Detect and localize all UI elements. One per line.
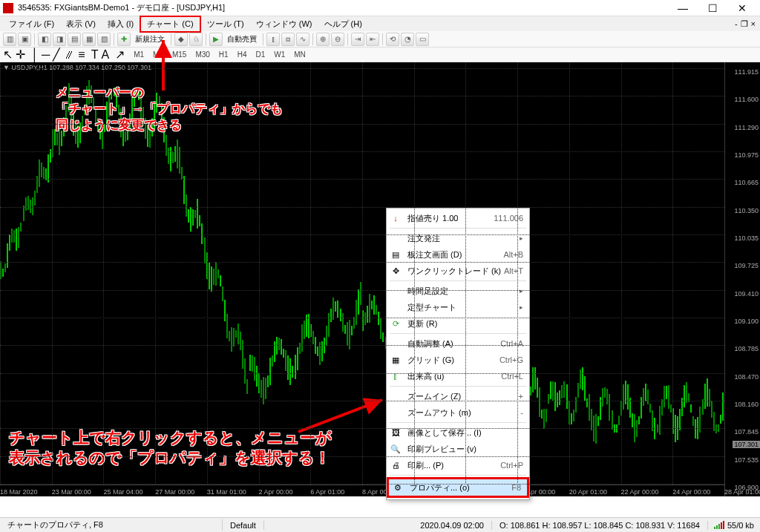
status-ohlc: O: 108.861 H: 108.957 L: 108.845 C: 108.… xyxy=(492,521,708,530)
statusbar: チャートのプロパティ, F8 Default 2020.04.09 02:00 … xyxy=(0,517,760,532)
menu-tool[interactable]: ツール (T) xyxy=(201,17,250,31)
tf-m30[interactable]: M30 xyxy=(192,50,212,59)
app-icon xyxy=(3,3,13,13)
ctx-print[interactable]: 🖨印刷... (P)Ctrl+P xyxy=(387,457,529,473)
menu-view[interactable]: 表示 (V) xyxy=(60,17,102,31)
volume-icon: ⫿ xyxy=(390,370,402,382)
data-window-icon[interactable]: ◨ xyxy=(53,33,66,46)
minimize-button[interactable]: — xyxy=(668,1,698,16)
tf-h1[interactable]: H1 xyxy=(216,50,232,59)
terminal-icon[interactable]: ▦ xyxy=(82,33,96,46)
indicators-icon[interactable]: ⟲ xyxy=(386,33,399,46)
menu-insert[interactable]: 挿入 (I) xyxy=(102,17,140,31)
channel-icon[interactable]: ⫽ xyxy=(63,48,75,62)
ctx-zoomout[interactable]: ズームアウト (m)- xyxy=(387,404,529,421)
ctx-timeframe[interactable]: 時間足設定▸ xyxy=(387,283,529,299)
ctx-order[interactable]: 注文発注▸ xyxy=(387,230,529,246)
menu-window[interactable]: ウィンドウ (W) xyxy=(250,17,318,31)
new-order-button[interactable]: 新規注文 xyxy=(132,34,168,45)
auto-scroll-icon[interactable]: ⇥ xyxy=(351,33,364,46)
templates-icon[interactable]: ▭ xyxy=(416,33,429,46)
status-profile[interactable]: Default xyxy=(223,521,264,530)
printpreview-icon: 🔍 xyxy=(390,443,402,455)
menu-file[interactable]: ファイル (F) xyxy=(3,17,60,31)
tf-w1[interactable]: W1 xyxy=(271,50,288,59)
down-arrow-icon: ↓ xyxy=(390,212,402,224)
chart-shift-icon[interactable]: ⇤ xyxy=(366,33,379,46)
text-icon[interactable]: T xyxy=(91,48,99,62)
candle-chart-icon[interactable]: ⧈ xyxy=(281,33,295,46)
status-connection[interactable]: 55/0 kb xyxy=(708,521,760,530)
close-button[interactable]: ✕ xyxy=(727,1,757,16)
options-icon[interactable]: ♘ xyxy=(189,33,203,46)
ctx-volume[interactable]: ⫿出来高 (u)Ctrl+L xyxy=(387,368,529,384)
ctx-board[interactable]: ▤板注文画面 (D)Alt+B xyxy=(387,246,529,263)
metaeditor-icon[interactable]: ◆ xyxy=(174,33,188,46)
label-icon[interactable]: A xyxy=(101,48,109,62)
menu-help[interactable]: ヘルプ (H) xyxy=(318,17,368,31)
zoom-in-icon[interactable]: ⊕ xyxy=(316,33,330,46)
tf-m5[interactable]: M5 xyxy=(150,50,166,59)
fibo-icon[interactable]: ≡ xyxy=(78,48,85,62)
tf-d1[interactable]: D1 xyxy=(252,50,268,59)
signal-icon xyxy=(714,521,724,529)
status-hint: チャートのプロパティ, F8 xyxy=(0,519,223,531)
toolbar-sub: ↖ ✛ │ ─ ╱ ⫽ ≡ T A ↗ M1 M5 M15 M30 H1 H4 … xyxy=(0,47,760,62)
ctx-properties[interactable]: ⚙プロパティ... (o)F8 xyxy=(389,479,527,496)
printer-icon: 🖨 xyxy=(390,459,402,471)
line-chart-icon[interactable]: ∿ xyxy=(296,33,309,46)
board-icon: ▤ xyxy=(390,249,402,260)
market-watch-icon[interactable]: ◧ xyxy=(38,33,51,46)
ctx-saveimg[interactable]: 🖼画像として保存... (I) xyxy=(387,424,529,441)
ctx-template[interactable]: 定型チャート▸ xyxy=(387,299,529,315)
auto-trade-button[interactable]: 自動売買 xyxy=(224,34,260,45)
cursor-click-icon: ✥ xyxy=(390,265,402,277)
arrow-icon[interactable]: ↗ xyxy=(115,47,125,62)
new-order-icon[interactable]: ✚ xyxy=(117,33,131,46)
crosshair-icon[interactable]: ✛ xyxy=(16,47,25,62)
tf-h4[interactable]: H4 xyxy=(235,50,250,59)
hline-icon[interactable]: ─ xyxy=(42,48,50,62)
mdi-close-icon[interactable]: × xyxy=(751,19,756,29)
titlebar: 3546535: FXGiantsBM-Demo1 - デモ口座 - [USDJ… xyxy=(0,0,760,16)
mdi-minimize-icon[interactable]: - xyxy=(735,19,738,29)
tf-m15[interactable]: M15 xyxy=(169,50,189,59)
cursor-icon[interactable]: ↖ xyxy=(3,47,13,62)
new-chart-icon[interactable]: ▥ xyxy=(3,33,16,46)
ctx-oneclick[interactable]: ✥ワンクリックトレード (k)Alt+T xyxy=(387,263,529,279)
profile-icon[interactable]: ▣ xyxy=(18,33,31,46)
tf-m1[interactable]: M1 xyxy=(131,50,147,59)
annotation-top: メニューバーの 「チャート」→「プロパティ」からでも 同じように変更できる xyxy=(56,85,283,134)
mdi-restore-icon[interactable]: ❐ xyxy=(741,19,748,29)
price-axis: 111.915111.600111.290110.975110.665110.3… xyxy=(724,62,760,496)
window-title: 3546535: FXGiantsBM-Demo1 - デモ口座 - [USDJ… xyxy=(18,2,668,13)
menu-chart[interactable]: チャート (C) xyxy=(140,16,200,33)
vline-icon[interactable]: │ xyxy=(31,48,39,62)
ctx-autoadj[interactable]: 自動調整 (A)Ctrl+A xyxy=(387,335,529,352)
tf-mn[interactable]: MN xyxy=(291,50,309,59)
toolbar-main: ▥ ▣ ◧ ◨ ▤ ▦ ▧ ✚ 新規注文 ◆ ♘ ▶ 自動売買 ⫿ ⧈ ∿ ⊕ … xyxy=(0,31,760,47)
zoom-out-icon[interactable]: ⊖ xyxy=(331,33,344,46)
periods-icon[interactable]: ◔ xyxy=(401,33,414,46)
annotation-bottom: チャート上で右クリックすると、メニューが 表示されるので「プロパティ」を選択する… xyxy=(9,427,332,468)
time-axis: 18 Mar 202023 Mar 00:0025 Mar 04:0027 Ma… xyxy=(0,485,724,496)
ctx-printprev[interactable]: 🔍印刷プレビュー (v) xyxy=(387,441,529,457)
ctx-zoomin[interactable]: ズームイン (Z)+ xyxy=(387,388,529,404)
ctx-limit-sell[interactable]: ↓ 指値売り 1.00 111.006 xyxy=(387,210,529,226)
status-datetime: 2020.04.09 02:00 xyxy=(413,521,492,530)
navigator-icon[interactable]: ▤ xyxy=(68,33,81,46)
grid-icon: ▦ xyxy=(390,354,402,366)
chart-area[interactable]: ▼ USDJPY,H1 107.288 107.334 107.250 107.… xyxy=(0,62,760,496)
trendline-icon[interactable]: ╱ xyxy=(53,47,60,62)
tester-icon[interactable]: ▧ xyxy=(97,33,111,46)
maximize-button[interactable]: ☐ xyxy=(698,1,727,16)
refresh-icon: ⟳ xyxy=(390,318,402,329)
menubar: ファイル (F) 表示 (V) 挿入 (I) チャート (C) ツール (T) … xyxy=(0,16,760,31)
ctx-grid[interactable]: ▦グリッド (G)Ctrl+G xyxy=(387,352,529,368)
auto-trade-icon[interactable]: ▶ xyxy=(209,33,223,46)
bar-chart-icon[interactable]: ⫿ xyxy=(266,33,280,46)
